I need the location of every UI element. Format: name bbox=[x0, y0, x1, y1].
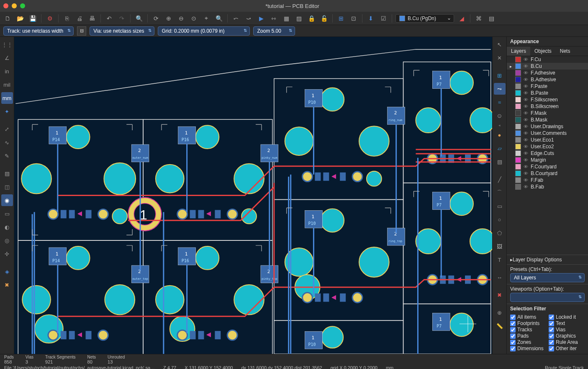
pad-p10a[interactable]: 1P10 bbox=[305, 90, 323, 107]
track-auto-icon[interactable]: ⊟ bbox=[77, 26, 86, 36]
rotate-cw-icon[interactable]: ⤻ bbox=[244, 13, 254, 23]
new-icon[interactable]: 🗋 bbox=[3, 13, 13, 23]
redo-icon[interactable]: ↷ bbox=[117, 13, 127, 23]
filter-text[interactable]: Text bbox=[549, 320, 585, 326]
filter-pads[interactable]: Pads bbox=[510, 333, 546, 339]
layer-row-user-eco2[interactable]: 👁User.Eco2 bbox=[507, 143, 588, 150]
filter-dimensions[interactable]: Dimensions bbox=[510, 346, 546, 351]
inches-icon[interactable]: in bbox=[1, 65, 13, 77]
zoom-select[interactable]: Zoom 5.00 bbox=[253, 26, 295, 36]
draw-rect-icon[interactable]: ▭ bbox=[494, 200, 506, 212]
layer-row-edge-cuts[interactable]: 👁Edge.Cuts bbox=[507, 150, 588, 157]
pad-p10b[interactable]: 1P10 bbox=[305, 210, 323, 228]
rotate-ccw-icon[interactable]: ⤺ bbox=[231, 13, 241, 23]
board-setup-icon[interactable]: ⚙ bbox=[45, 13, 55, 23]
layer-row-f-paste[interactable]: 👁F.Paste bbox=[507, 83, 588, 90]
zoom-in-icon[interactable]: ⊕ bbox=[164, 13, 174, 23]
layer-row-b-adhesive[interactable]: 👁B.Adhesive bbox=[507, 76, 588, 83]
high-contrast-icon[interactable]: ◐ bbox=[1, 221, 13, 233]
draw-arc-icon[interactable]: ⌒ bbox=[494, 187, 506, 199]
plot-icon[interactable]: 🖶 bbox=[87, 13, 97, 23]
layer-pair-icon[interactable]: ◢ bbox=[457, 13, 467, 23]
unlock-icon[interactable]: 🔓 bbox=[319, 13, 329, 23]
layer-select[interactable]: B.Cu (PgDn) bbox=[395, 14, 454, 23]
layers-manager-icon[interactable]: ◈ bbox=[1, 266, 13, 277]
viewports-select[interactable]: . bbox=[510, 293, 585, 302]
polar-coord-icon[interactable]: ∠ bbox=[1, 52, 13, 64]
maximize-window[interactable] bbox=[20, 3, 25, 8]
refresh-icon[interactable]: ⟳ bbox=[151, 13, 161, 23]
route-diff-pair-icon[interactable]: ≈ bbox=[494, 96, 506, 108]
pad-p16a[interactable]: 1P16 bbox=[178, 126, 196, 144]
via-size-select[interactable]: Via: use netclass sizes bbox=[90, 26, 154, 36]
draw-line-icon[interactable]: ╱ bbox=[494, 173, 506, 185]
preferences-icon[interactable]: ✖ bbox=[1, 279, 13, 291]
find-icon[interactable]: 🔍 bbox=[134, 13, 144, 23]
presets-select[interactable]: All Layers bbox=[510, 273, 585, 282]
layer-list[interactable]: 👁F.Cu▸👁B.Cu👁F.Adhesive👁B.Adhesive👁F.Past… bbox=[507, 56, 588, 255]
layer-row-b-cu[interactable]: ▸👁B.Cu bbox=[507, 63, 588, 70]
full-cursor-icon[interactable]: ✦ bbox=[1, 106, 13, 117]
layer-row-b-fab[interactable]: 👁B.Fab bbox=[507, 183, 588, 190]
close-window[interactable] bbox=[3, 3, 8, 8]
layer-alpha-icon[interactable]: ✢ bbox=[1, 248, 13, 260]
filter-other-iter[interactable]: Other iter bbox=[549, 346, 585, 351]
scripting-icon[interactable]: ⌘ bbox=[474, 13, 484, 23]
group-icon[interactable]: ▦ bbox=[281, 13, 291, 23]
layer-row-f-adhesive[interactable]: 👁F.Adhesive bbox=[507, 70, 588, 76]
mirror-v-icon[interactable]: ⇿ bbox=[269, 13, 279, 23]
pad-p10c[interactable]: 1P10 bbox=[305, 331, 323, 349]
measure-icon[interactable]: 📏 bbox=[494, 320, 506, 332]
add-zone-icon[interactable]: ▱ bbox=[494, 142, 506, 154]
filter-vias[interactable]: Vias bbox=[549, 327, 585, 333]
layer-row-user-comments[interactable]: 👁User.Comments bbox=[507, 130, 588, 137]
filter-rule-area[interactable]: Rule Area bbox=[549, 339, 585, 345]
layer-row-b-paste[interactable]: 👁B.Paste bbox=[507, 90, 588, 96]
curved-ratsnest-icon[interactable]: ∿ bbox=[1, 137, 13, 148]
mm-icon[interactable]: mm bbox=[1, 92, 13, 104]
layer-row-f-cu[interactable]: 👁F.Cu bbox=[507, 56, 588, 63]
delete-icon[interactable]: ✖ bbox=[494, 289, 506, 301]
net-inspector-icon[interactable]: ◎ bbox=[1, 235, 13, 246]
tab-objects[interactable]: Objects bbox=[530, 46, 556, 56]
layer-display-options[interactable]: ▸Layer Display Options bbox=[507, 255, 588, 264]
filter-tracks[interactable]: Tracks bbox=[510, 327, 546, 333]
mirror-h-icon[interactable]: ▶ bbox=[256, 13, 266, 23]
big-pad[interactable]: 1 bbox=[128, 197, 162, 231]
route-track-icon[interactable]: ⤳ bbox=[494, 83, 506, 95]
draw-circle-icon[interactable]: ○ bbox=[494, 214, 506, 225]
pad-p7b[interactable]: 1P7 bbox=[432, 192, 450, 210]
layer-row-b-silkscreen[interactable]: 👁B.Silkscreen bbox=[507, 103, 588, 110]
place-footprint-icon[interactable]: ⊞ bbox=[494, 70, 506, 81]
zoom-selection-icon[interactable]: ⌖ bbox=[201, 13, 211, 23]
update-pcb-icon[interactable]: ⬇ bbox=[366, 13, 376, 23]
pad-p7c[interactable]: 1P7 bbox=[432, 313, 450, 330]
add-text-icon[interactable]: T bbox=[494, 254, 506, 266]
layer-row-margin[interactable]: 👁Margin bbox=[507, 157, 588, 163]
diode-row-3[interactable]: ⯇ bbox=[303, 172, 362, 182]
ungroup-icon[interactable]: ▨ bbox=[294, 13, 304, 23]
page-settings-icon[interactable]: ⎘ bbox=[62, 13, 72, 23]
diode-row-7[interactable]: ⯇ bbox=[303, 293, 362, 303]
filter-graphics[interactable]: Graphics bbox=[549, 333, 585, 339]
drc-icon[interactable]: ☑ bbox=[378, 13, 388, 23]
minimize-window[interactable] bbox=[12, 3, 17, 8]
zoom-tool-icon[interactable]: 🔍 bbox=[214, 13, 224, 23]
show-panel-icon[interactable]: ▤ bbox=[486, 13, 496, 23]
grid-select[interactable]: Grid: 0.2000 mm (0.0079 in) bbox=[158, 26, 250, 36]
tune-length-icon[interactable]: ⊙ bbox=[494, 110, 506, 121]
tab-nets[interactable]: Nets bbox=[556, 46, 575, 56]
add-dimension-icon[interactable]: ↔ bbox=[494, 271, 506, 283]
add-keepout-icon[interactable]: ▧ bbox=[494, 156, 506, 168]
add-via-icon[interactable]: ● bbox=[494, 129, 506, 141]
filter-footprints[interactable]: Footprints bbox=[510, 320, 546, 326]
pad-outnum[interactable]: 2outer_num bbox=[131, 145, 149, 162]
ratsnest-icon[interactable]: ⤢ bbox=[1, 123, 13, 135]
pcb-canvas[interactable]: 1P14 1P16 1P10 1P7 2outer_num 2pinky_num… bbox=[14, 37, 492, 354]
pad-pinnum[interactable]: 2pinky_num bbox=[261, 145, 278, 162]
tab-layers[interactable]: Layers bbox=[507, 46, 530, 56]
footprint-wizard-icon[interactable]: ⊞ bbox=[336, 13, 346, 23]
filter-locked-it[interactable]: Locked it bbox=[549, 314, 585, 320]
pad-p16b[interactable]: 1P16 bbox=[178, 248, 196, 265]
zone-display-icon[interactable]: ▨ bbox=[1, 168, 13, 179]
